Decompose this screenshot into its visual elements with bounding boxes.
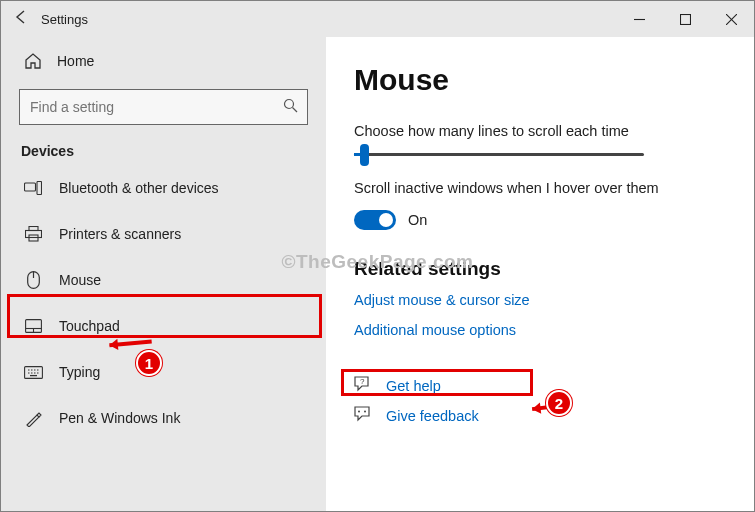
pen-icon: [21, 410, 45, 427]
related-settings-heading: Related settings: [354, 258, 726, 280]
feedback-icon: [354, 406, 376, 426]
slider-thumb[interactable]: [360, 144, 369, 166]
sidebar-item-label: Bluetooth & other devices: [59, 180, 219, 196]
svg-rect-7: [37, 182, 42, 195]
sidebar-category: Devices: [1, 135, 326, 165]
svg-rect-9: [25, 231, 41, 238]
toggle-state-label: On: [408, 212, 427, 228]
sidebar: Home Devices Bluetooth & other devices P…: [1, 37, 326, 511]
scroll-lines-slider[interactable]: [354, 153, 726, 156]
inactive-scroll-label: Scroll inactive windows when I hover ove…: [354, 180, 726, 196]
svg-text:?: ?: [360, 377, 365, 386]
get-help-link[interactable]: Get help: [386, 378, 441, 394]
help-icon: ?: [354, 376, 376, 396]
sidebar-item-touchpad[interactable]: Touchpad: [1, 303, 326, 349]
scroll-lines-label: Choose how many lines to scroll each tim…: [354, 123, 726, 139]
sidebar-item-label: Pen & Windows Ink: [59, 410, 180, 426]
titlebar: Settings: [1, 1, 754, 37]
search-input[interactable]: [20, 98, 273, 116]
sidebar-item-typing[interactable]: Typing: [1, 349, 326, 395]
maximize-button[interactable]: [662, 1, 708, 37]
toggle-knob: [379, 213, 393, 227]
give-feedback-link[interactable]: Give feedback: [386, 408, 479, 424]
sidebar-item-label: Printers & scanners: [59, 226, 181, 242]
window-controls: [616, 1, 754, 37]
home-icon: [21, 52, 45, 70]
sidebar-item-bluetooth[interactable]: Bluetooth & other devices: [1, 165, 326, 211]
svg-rect-6: [25, 183, 36, 191]
svg-point-4: [284, 100, 293, 109]
sidebar-item-label: Typing: [59, 364, 100, 380]
svg-point-21: [358, 411, 360, 413]
printer-icon: [21, 226, 45, 242]
main-panel: Mouse Choose how many lines to scroll ea…: [326, 37, 754, 511]
annotation-callout-1: 1: [136, 350, 162, 376]
home-nav[interactable]: Home: [1, 41, 326, 81]
sidebar-item-label: Touchpad: [59, 318, 120, 334]
devices-icon: [21, 181, 45, 195]
home-label: Home: [57, 53, 94, 69]
annotation-callout-2: 2: [546, 390, 572, 416]
mouse-icon: [21, 271, 45, 289]
page-title: Mouse: [354, 63, 726, 97]
back-button[interactable]: [1, 9, 41, 30]
svg-rect-16: [24, 366, 42, 378]
svg-rect-1: [680, 14, 690, 24]
sidebar-item-label: Mouse: [59, 272, 101, 288]
minimize-button[interactable]: [616, 1, 662, 37]
touchpad-icon: [21, 319, 45, 333]
sidebar-item-pen[interactable]: Pen & Windows Ink: [1, 395, 326, 441]
sidebar-item-mouse[interactable]: Mouse: [1, 257, 326, 303]
search-box[interactable]: [19, 89, 308, 125]
svg-point-22: [364, 411, 366, 413]
inactive-scroll-toggle[interactable]: [354, 210, 396, 230]
sidebar-item-printers[interactable]: Printers & scanners: [1, 211, 326, 257]
svg-rect-8: [29, 227, 38, 231]
additional-mouse-options-link[interactable]: Additional mouse options: [354, 322, 726, 338]
window-title: Settings: [41, 12, 88, 27]
search-icon: [273, 98, 307, 116]
adjust-mouse-size-link[interactable]: Adjust mouse & cursor size: [354, 292, 726, 308]
svg-line-5: [292, 108, 297, 113]
close-button[interactable]: [708, 1, 754, 37]
keyboard-icon: [21, 366, 45, 379]
